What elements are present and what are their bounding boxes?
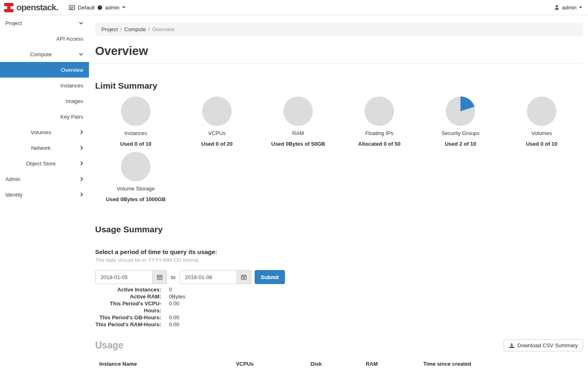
sidebar-item-images[interactable]: Images <box>0 93 89 109</box>
user-menu[interactable]: admin <box>554 5 582 11</box>
context-domain: Default <box>78 5 95 11</box>
usage-table: Instance NameVCPUsDiskRAMTime since crea… <box>95 357 583 369</box>
pie-chart <box>121 96 150 126</box>
limit-item-vcpus: VCPUs Used 0 of 20 <box>176 96 258 147</box>
limit-item-volumes: Volumes Used 0 of 10 <box>501 96 582 147</box>
sidebar-nav: Project API Access Compute Overview Inst… <box>0 15 89 369</box>
usage-heading: Usage <box>95 340 123 351</box>
stat-label: This Period's GB-Hours: <box>95 314 161 321</box>
brand[interactable]: openstack. <box>4 2 58 12</box>
breadcrumb-compute[interactable]: Compute <box>124 26 146 32</box>
stat-label: This Period's VCPU-Hours: <box>95 300 161 314</box>
date-to-input[interactable] <box>180 270 237 284</box>
top-navbar: openstack. Default admin admin <box>0 0 588 15</box>
usage-summary-heading: Usage Summary <box>95 225 583 234</box>
submit-button[interactable]: Submit <box>255 270 285 284</box>
user-icon <box>554 5 560 10</box>
stat-row: Active RAM: 0Bytes <box>95 293 583 300</box>
sidebar-item-key-pairs[interactable]: Key Pairs <box>0 109 89 124</box>
sidebar-item-label: Object Store <box>26 160 55 167</box>
stat-label: This Period's RAM-Hours: <box>95 321 161 328</box>
sidebar-item-compute[interactable]: Compute <box>0 46 89 62</box>
limit-label: Floating IPs <box>365 130 394 136</box>
to-label: to <box>171 274 175 280</box>
limit-label: Volumes <box>531 130 552 136</box>
column-header-instance-name: Instance Name <box>95 357 232 369</box>
chevron-down-icon <box>79 52 83 56</box>
sidebar-item-admin[interactable]: Admin <box>0 171 89 187</box>
calendar-icon <box>157 274 163 280</box>
separator-dot-icon <box>98 5 102 10</box>
context-switcher[interactable]: Default admin <box>69 5 126 11</box>
pie-chart <box>202 96 232 126</box>
pie-chart <box>446 96 475 126</box>
calendar-icon <box>241 274 247 280</box>
sidebar-item-label: API Access <box>56 36 83 42</box>
stat-value: 0.00 <box>169 314 179 321</box>
sidebar-item-label: Identity <box>5 192 23 198</box>
sidebar-item-label: Admin <box>5 176 21 182</box>
download-icon <box>509 343 515 348</box>
sidebar-item-label: Compute <box>30 51 52 57</box>
limit-label: RAM <box>292 130 304 136</box>
stat-row: This Period's GB-Hours: 0.00 <box>95 314 583 321</box>
sidebar-item-volumes[interactable]: Volumes <box>0 124 89 140</box>
sidebar-item-label: Overview <box>61 67 83 73</box>
chevron-right-icon <box>79 146 83 150</box>
sidebar-item-label: Images <box>66 98 83 104</box>
context-project: admin <box>105 5 119 11</box>
breadcrumb: Project/Compute/Overview <box>95 23 583 36</box>
caret-down-icon <box>579 7 582 8</box>
sidebar-item-project[interactable]: Project <box>0 15 89 31</box>
date-from-group <box>95 270 167 284</box>
stat-label: Active Instances: <box>95 286 161 293</box>
main-content: Project/Compute/Overview Overview Limit … <box>89 15 588 369</box>
limit-usage: Used 2 of 10 <box>445 141 476 147</box>
limit-item-floating-ips: Floating IPs Allocated 0 of 50 <box>339 96 420 147</box>
query-period-prompt: Select a period of time to query its usa… <box>95 248 583 255</box>
usage-stats: Active Instances: 0 Active RAM: 0Bytes T… <box>95 286 583 328</box>
limit-summary-grid: Instances Used 0 of 10 VCPUs Used 0 of 2… <box>95 96 583 207</box>
sidebar-item-label: Instances <box>60 83 83 89</box>
column-header-disk: Disk <box>306 357 361 369</box>
limit-usage: Used 0 of 20 <box>201 141 233 147</box>
breadcrumb-project[interactable]: Project <box>101 26 118 32</box>
download-csv-label: Download CSV Summary <box>517 342 578 348</box>
sidebar-item-overview[interactable]: Overview <box>0 62 89 78</box>
sidebar-item-api-access[interactable]: API Access <box>0 31 89 46</box>
title-divider <box>95 63 583 64</box>
date-format-hint: The date should be in YYYY-MM-DD format. <box>95 257 583 263</box>
page-title: Overview <box>95 44 583 58</box>
limit-label: VCPUs <box>208 130 226 136</box>
limit-usage: Used 0 of 10 <box>526 141 558 147</box>
sidebar-item-label: Project <box>5 20 22 26</box>
chevron-right-icon <box>79 130 83 134</box>
date-from-input[interactable] <box>95 270 153 284</box>
sidebar-item-label: Network <box>31 145 51 151</box>
sidebar-item-network[interactable]: Network <box>0 140 89 156</box>
pie-chart <box>283 96 313 126</box>
stat-value: 0 <box>169 286 172 293</box>
breadcrumb-overview: Overview <box>152 26 174 32</box>
sidebar-item-object-store[interactable]: Object Store <box>0 156 89 171</box>
limit-item-ram: RAM Used 0Bytes of 50GB <box>258 96 339 147</box>
user-name: admin <box>562 5 577 11</box>
limit-label: Volume Storage <box>117 186 155 192</box>
date-to-calendar-button[interactable] <box>237 270 251 284</box>
limit-summary-heading: Limit Summary <box>95 81 583 91</box>
chevron-right-icon <box>79 177 83 181</box>
sidebar-item-instances[interactable]: Instances <box>0 78 89 93</box>
limit-item-instances: Instances Used 0 of 10 <box>95 96 176 147</box>
date-from-calendar-button[interactable] <box>153 270 167 284</box>
limit-usage: Used 0Bytes of 1000GB <box>106 196 166 202</box>
limit-item-security-groups: Security Groups Used 2 of 10 <box>420 96 501 147</box>
download-csv-button[interactable]: Download CSV Summary <box>504 339 583 351</box>
stat-value: 0.00 <box>169 300 179 314</box>
domain-list-icon <box>69 5 75 10</box>
column-header-ram: RAM <box>362 357 419 369</box>
stat-row: This Period's RAM-Hours: 0.00 <box>95 321 583 328</box>
sidebar-item-identity[interactable]: Identity <box>0 187 89 202</box>
openstack-logo-icon <box>4 3 14 12</box>
caret-down-icon <box>122 7 125 8</box>
date-to-group <box>180 270 251 284</box>
